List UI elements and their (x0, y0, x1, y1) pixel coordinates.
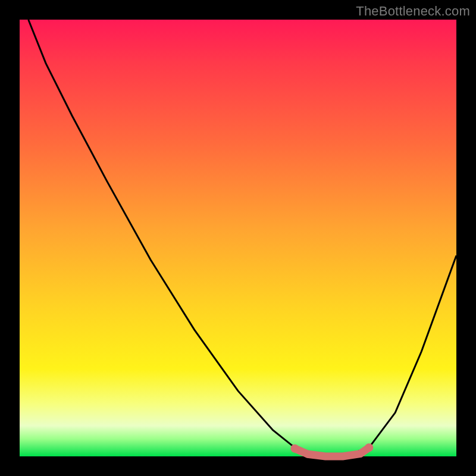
curve-layer (20, 20, 456, 456)
watermark-text: TheBottleneck.com (356, 4, 470, 19)
chart-frame: TheBottleneck.com (0, 0, 476, 476)
optimal-band-end-dot (365, 443, 373, 452)
plot-area (20, 20, 456, 456)
optimal-band-start-dot (290, 444, 299, 453)
optimal-band (295, 447, 369, 456)
bottleneck-curve (29, 20, 456, 456)
